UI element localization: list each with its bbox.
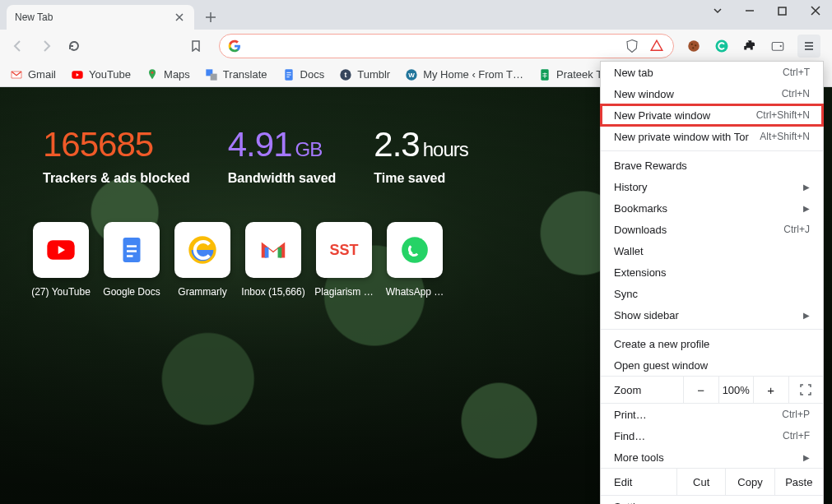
close-tab-icon[interactable]: [173, 11, 186, 24]
tile-gmail[interactable]: Inbox (15,666): [245, 222, 301, 298]
toolbar: [0, 30, 832, 62]
copy-button[interactable]: Copy: [725, 469, 774, 495]
cut-button[interactable]: Cut: [676, 469, 725, 495]
menu-rewards[interactable]: Brave Rewards: [601, 155, 823, 176]
menu-sidebar[interactable]: Show sidebar▶: [601, 304, 823, 326]
zoom-in-button[interactable]: +: [753, 377, 788, 403]
tile-youtube[interactable]: (27) YouTube: [33, 222, 89, 298]
cookie-icon[interactable]: [686, 38, 702, 54]
fullscreen-button[interactable]: [788, 377, 824, 403]
minimize-icon[interactable]: [745, 6, 761, 16]
titlebar: New Tab: [0, 0, 832, 30]
zoom-out-button[interactable]: −: [683, 377, 718, 403]
stat-trackers-label: Trackers & ads blocked: [43, 171, 190, 186]
menu-sync[interactable]: Sync: [601, 283, 823, 304]
gmail-icon: [10, 68, 23, 81]
bookmark-youtube[interactable]: YouTube: [71, 68, 131, 81]
chevron-down-icon[interactable]: [712, 5, 728, 16]
stat-time: 2.3hours Time saved: [374, 125, 467, 186]
menu-find[interactable]: Find…Ctrl+F: [601, 425, 823, 446]
forward-button[interactable]: [35, 35, 58, 58]
svg-point-9: [151, 72, 154, 74]
stat-bandwidth-value: 4.91GB: [228, 125, 337, 164]
menu-history[interactable]: History▶: [601, 176, 823, 197]
stat-time-label: Time saved: [374, 171, 467, 186]
svg-point-1: [688, 40, 700, 52]
tile-grammarly[interactable]: Grammarly: [174, 222, 230, 298]
menu-more-tools[interactable]: More tools▶: [601, 446, 823, 468]
bookmark-wordpress[interactable]: WMy Home ‹ From T…: [405, 68, 523, 81]
chevron-right-icon: ▶: [803, 453, 810, 462]
wallet-icon[interactable]: [769, 38, 786, 54]
svg-point-7: [780, 45, 782, 47]
chevron-right-icon: ▶: [803, 183, 810, 192]
menu-new-window[interactable]: New windowCtrl+N: [601, 83, 823, 104]
sheets-icon: [538, 68, 551, 81]
menu-extensions[interactable]: Extensions: [601, 261, 823, 283]
menu-print[interactable]: Print…Ctrl+P: [601, 404, 823, 425]
stat-bandwidth-label: Bandwidth saved: [228, 171, 337, 186]
menu-wallet[interactable]: Wallet: [601, 240, 823, 261]
docs-icon: [282, 68, 295, 81]
svg-point-4: [692, 47, 694, 49]
menu-settings[interactable]: Settings: [601, 496, 823, 504]
bookmark-maps[interactable]: Maps: [146, 68, 190, 81]
translate-icon: [205, 68, 218, 81]
svg-point-3: [695, 44, 696, 46]
menu-button[interactable]: [797, 35, 820, 58]
menu-zoom: Zoom − 100% +: [601, 376, 823, 404]
menu-new-tab[interactable]: New tabCtrl+T: [601, 62, 823, 83]
svg-point-5: [716, 40, 728, 53]
bookmark-docs[interactable]: Docs: [282, 68, 325, 81]
menu-edit: Edit Cut Copy Paste: [601, 468, 823, 496]
tile-sst[interactable]: SST Plagiarism …: [316, 222, 372, 298]
stat-trackers: 165685 Trackers & ads blocked: [43, 125, 190, 186]
bookmark-gmail[interactable]: Gmail: [10, 68, 56, 81]
tile-whatsapp[interactable]: WhatsApp …: [387, 222, 443, 298]
bookmark-translate[interactable]: Translate: [205, 68, 267, 81]
svg-rect-11: [211, 73, 217, 80]
address-input[interactable]: [248, 39, 624, 53]
menu-downloads[interactable]: DownloadsCtrl+J: [601, 219, 823, 240]
browser-menu: New tabCtrl+T New windowCtrl+N New Priva…: [600, 61, 824, 504]
toolbar-extensions: [686, 35, 825, 58]
svg-point-21: [402, 237, 428, 263]
grammarly-ext-icon[interactable]: [713, 38, 730, 54]
new-tab-button[interactable]: [199, 6, 222, 29]
wordpress-icon: W: [405, 68, 418, 81]
zoom-value: 100%: [718, 377, 754, 403]
menu-bookmarks[interactable]: Bookmarks▶: [601, 197, 823, 219]
tumblr-icon: t: [339, 68, 352, 81]
window-controls: [712, 5, 827, 16]
chevron-right-icon: ▶: [803, 311, 810, 320]
youtube-icon: [71, 68, 84, 81]
brave-shield-icon[interactable]: [624, 38, 640, 54]
svg-text:W: W: [408, 72, 415, 79]
menu-create-profile[interactable]: Create a new profile: [601, 333, 823, 354]
svg-rect-19: [123, 238, 141, 262]
maximize-icon[interactable]: [778, 7, 794, 16]
stat-time-value: 2.3hours: [374, 125, 467, 164]
stat-bandwidth: 4.91GB Bandwidth saved: [228, 125, 337, 186]
back-button[interactable]: [7, 35, 30, 58]
maps-icon: [146, 68, 159, 81]
svg-text:t: t: [345, 71, 347, 79]
browser-tab[interactable]: New Tab: [7, 5, 194, 30]
paste-button[interactable]: Paste: [774, 469, 823, 495]
stat-trackers-value: 165685: [43, 125, 190, 164]
bookmark-icon[interactable]: [184, 35, 207, 58]
menu-separator: [601, 150, 823, 151]
google-icon: [228, 39, 241, 53]
menu-new-tor-window[interactable]: New private window with TorAlt+Shift+N: [601, 126, 823, 147]
brave-rewards-icon[interactable]: [648, 38, 665, 54]
close-window-icon[interactable]: [811, 6, 827, 16]
menu-guest-window[interactable]: Open guest window: [601, 354, 823, 376]
menu-new-private-window[interactable]: New Private windowCtrl+Shift+N: [601, 104, 823, 126]
svg-rect-0: [779, 7, 786, 15]
tile-docs[interactable]: Google Docs: [104, 222, 160, 298]
extensions-icon[interactable]: [741, 38, 758, 54]
reload-button[interactable]: [63, 35, 86, 58]
tab-title: New Tab: [15, 12, 53, 23]
address-bar[interactable]: [219, 34, 674, 58]
bookmark-tumblr[interactable]: tTumblr: [339, 68, 390, 81]
